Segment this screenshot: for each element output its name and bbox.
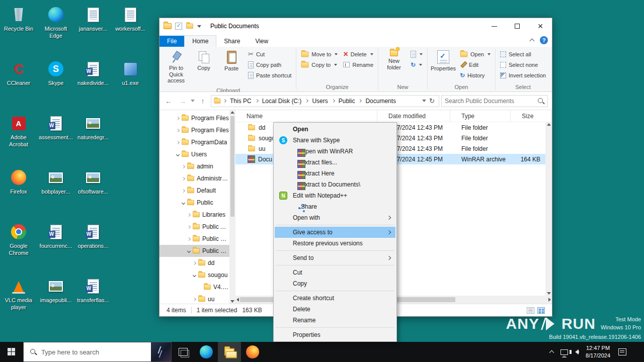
- details-view-icon[interactable]: [527, 307, 534, 314]
- paste-button[interactable]: Paste: [218, 48, 245, 74]
- desktop-icon-operations[interactable]: operations...: [74, 220, 112, 275]
- desktop-icon-imagepubli[interactable]: imagepubli...: [37, 275, 74, 329]
- taskbar-edge-button[interactable]: [195, 342, 218, 362]
- tree-item-admin[interactable]: admin: [159, 160, 229, 172]
- desktop-icon-recycle-bin[interactable]: Recycle Bin: [0, 3, 37, 57]
- large-icons-view-icon[interactable]: [537, 307, 545, 314]
- address-dropdown-icon[interactable]: [422, 100, 426, 102]
- desktop-icon-ofsoftware[interactable]: ofsoftware...: [74, 166, 112, 220]
- collapsed-chevron-icon[interactable]: [187, 237, 191, 240]
- menu-item-create-shortcut[interactable]: Create shortcut: [275, 293, 395, 304]
- collapsed-chevron-icon[interactable]: [193, 261, 196, 264]
- column-header-name[interactable]: Name: [235, 110, 377, 122]
- copy-button[interactable]: Copy: [190, 48, 217, 73]
- close-button[interactable]: [529, 18, 552, 34]
- network-icon[interactable]: [560, 349, 568, 355]
- cut-button[interactable]: Cut: [246, 49, 294, 59]
- start-button[interactable]: [0, 342, 23, 362]
- collapsed-chevron-icon[interactable]: [176, 140, 180, 144]
- tree-item-uu[interactable]: uu: [159, 293, 229, 304]
- desktop-icon-skype[interactable]: Skype: [37, 57, 74, 112]
- tab-file[interactable]: File: [159, 36, 184, 47]
- expanded-chevron-icon[interactable]: [176, 152, 180, 156]
- desktop-icon-transferflas[interactable]: transferflas...: [74, 275, 112, 329]
- tree-item-public-account[interactable]: Public Acc...: [159, 221, 229, 233]
- tree-item-users[interactable]: Users: [159, 148, 229, 160]
- menu-item-extract-here[interactable]: Extract Here: [275, 168, 395, 179]
- crumb-documents[interactable]: Documents: [363, 97, 398, 106]
- tab-share[interactable]: Share: [216, 36, 248, 47]
- menu-item-copy[interactable]: Copy: [275, 278, 395, 289]
- menu-item-give-access-to[interactable]: Give access to: [275, 227, 395, 238]
- menu-item-restore-previous-versions[interactable]: Restore previous versions: [275, 238, 395, 249]
- column-header-date-modified[interactable]: Date modified: [377, 110, 450, 122]
- crumb-this-pc[interactable]: This PC: [228, 97, 254, 106]
- column-header-size[interactable]: Size: [511, 110, 552, 122]
- menu-item-edit-with-notepad-plus-plus[interactable]: Edit with Notepad++: [275, 190, 395, 201]
- menu-item-share[interactable]: Share: [275, 201, 395, 212]
- expanded-chevron-icon[interactable]: [182, 201, 185, 204]
- tree-item-program-files[interactable]: Program Files: [159, 112, 229, 124]
- tree-item-v4680[interactable]: V4.6.80: [159, 281, 229, 293]
- tree-item-public[interactable]: Public: [159, 197, 229, 209]
- expanded-chevron-icon[interactable]: [187, 249, 191, 252]
- easy-access-button[interactable]: [408, 59, 425, 70]
- rename-button[interactable]: Rename: [341, 59, 376, 70]
- crumb-users[interactable]: Users: [310, 97, 330, 106]
- menu-item-cut[interactable]: Cut: [275, 267, 395, 278]
- expanded-chevron-icon[interactable]: [193, 273, 196, 277]
- scrollbar-thumb[interactable]: [230, 116, 234, 217]
- help-icon[interactable]: [540, 36, 548, 44]
- menu-item-send-to[interactable]: Send to: [275, 252, 395, 263]
- desktop-icon-adobe-acrobat[interactable]: Adobe Acrobat: [0, 112, 37, 166]
- crumb-public[interactable]: Public: [337, 97, 357, 106]
- tree-item-dd[interactable]: dd: [159, 257, 229, 269]
- file-list-vertical-scrollbar[interactable]: [545, 122, 552, 296]
- search-highlight-thumbnail[interactable]: [151, 342, 171, 361]
- title-bar[interactable]: Public Documents: [159, 18, 552, 34]
- menu-item-extract-files[interactable]: Extract files...: [275, 157, 395, 168]
- desktop-icon-nakedivide[interactable]: nakedivide...: [74, 57, 112, 112]
- tree-item-public-documents[interactable]: Public Doc...: [159, 245, 229, 257]
- select-all-button[interactable]: Select all: [498, 49, 548, 59]
- collapsed-chevron-icon[interactable]: [182, 189, 185, 192]
- scroll-left-icon[interactable]: [236, 298, 239, 302]
- column-header-type[interactable]: Type: [450, 110, 511, 122]
- show-hidden-icons-chevron-icon[interactable]: [549, 350, 554, 355]
- delete-button[interactable]: Delete: [341, 49, 376, 59]
- move-to-button[interactable]: Move to: [298, 49, 340, 59]
- desktop-icon-bobplayer[interactable]: bobplayer...: [37, 166, 74, 220]
- desktop-icon-google-chrome[interactable]: Google Chrome: [0, 220, 37, 275]
- new-folder-quick-icon[interactable]: [186, 24, 193, 29]
- tree-item-programdata[interactable]: ProgramData: [159, 136, 229, 148]
- refresh-icon[interactable]: [427, 97, 437, 105]
- breadcrumb[interactable]: This PC Local Disk (C:) Users Public Doc…: [211, 95, 439, 107]
- desktop-icon-naturedegr[interactable]: naturedegr...: [74, 112, 112, 166]
- tree-item-administrator[interactable]: Administrat...: [159, 172, 229, 185]
- copy-to-button[interactable]: Copy to: [298, 59, 340, 70]
- desktop-icon-microsoft-edge[interactable]: Microsoft Edge: [37, 3, 74, 57]
- collapsed-chevron-icon[interactable]: [176, 116, 180, 120]
- scroll-up-icon[interactable]: [230, 111, 234, 114]
- menu-item-properties[interactable]: Properties: [275, 329, 395, 340]
- scroll-down-icon[interactable]: [547, 292, 551, 295]
- tree-item-libraries[interactable]: Libraries: [159, 209, 229, 221]
- explorer-search-input[interactable]: [445, 98, 537, 105]
- edit-button[interactable]: Edit: [457, 59, 493, 70]
- tree-scrollbar[interactable]: [229, 110, 235, 304]
- desktop-icon-vlc[interactable]: VLC media player: [0, 275, 37, 329]
- explorer-search-box[interactable]: [441, 95, 548, 107]
- history-button[interactable]: History: [457, 70, 493, 80]
- taskbar-clock[interactable]: 12:47 PM 8/17/2024: [586, 344, 610, 360]
- collapsed-chevron-icon[interactable]: [193, 297, 196, 301]
- open-button[interactable]: Open: [457, 49, 493, 59]
- minimize-button[interactable]: [482, 18, 506, 34]
- tree-item-default[interactable]: Default: [159, 185, 229, 197]
- collapsed-chevron-icon[interactable]: [187, 225, 191, 228]
- maximize-button[interactable]: [506, 18, 529, 34]
- desktop-icon-janansver[interactable]: janansver...: [74, 3, 112, 57]
- menu-item-share-with-skype[interactable]: Share with Skype: [275, 135, 395, 146]
- copy-path-button[interactable]: Copy path: [246, 59, 294, 70]
- tree-item-sougou[interactable]: sougou: [159, 269, 229, 281]
- task-view-button[interactable]: [172, 342, 195, 362]
